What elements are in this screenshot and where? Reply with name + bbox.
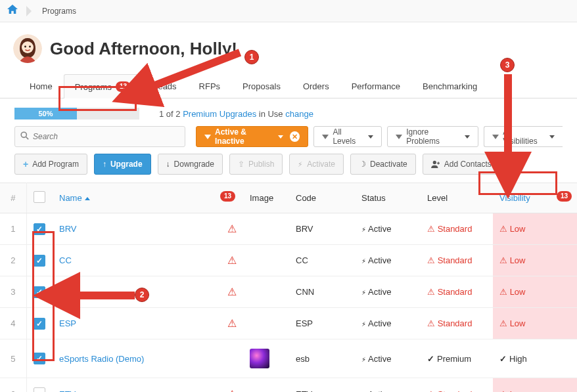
- sort-asc-icon: [85, 197, 90, 200]
- alert-icon: ⚠: [227, 388, 237, 392]
- alert-icon: ⚠: [427, 389, 438, 392]
- col-code[interactable]: Code: [289, 183, 355, 213]
- row-checkbox-cell[interactable]: [26, 308, 53, 339]
- checkbox[interactable]: [34, 286, 45, 298]
- row-number: 5: [0, 339, 26, 378]
- program-link[interactable]: CNN: [59, 287, 78, 297]
- row-name-cell: ESP⚠: [53, 308, 243, 339]
- tab-leads[interactable]: Leads: [142, 74, 187, 98]
- row-checkbox-cell[interactable]: [26, 245, 53, 276]
- tab-benchmarking[interactable]: Benchmarking: [411, 74, 488, 98]
- tab-label: Leads: [153, 81, 176, 91]
- alert-icon: ⚠: [427, 318, 438, 328]
- search-input-wrap[interactable]: [14, 126, 185, 147]
- row-number: 4: [0, 308, 26, 339]
- checkbox[interactable]: [34, 191, 45, 203]
- breadcrumb-page[interactable]: Programs: [37, 7, 81, 16]
- program-link[interactable]: ESP: [59, 318, 76, 328]
- upload-icon: ⇪: [238, 160, 244, 169]
- tab-label: Orders: [303, 81, 329, 91]
- table-row: 4ESP⚠ESPActive⚠ Standard⚠ Low: [0, 308, 577, 339]
- filter-status-dropdown[interactable]: Active & Inactive ✕: [196, 126, 308, 147]
- tab-rfps[interactable]: RFPs: [188, 74, 232, 98]
- activate-button[interactable]: Activate: [289, 154, 344, 175]
- row-image-cell: [243, 378, 289, 393]
- row-number: 3: [0, 276, 26, 308]
- table-row: 3CNN⚠CNNActive⚠ Standard⚠ Low: [0, 276, 577, 308]
- clear-filter-icon[interactable]: ✕: [290, 131, 300, 142]
- program-link[interactable]: CC: [59, 255, 72, 265]
- program-link[interactable]: ETV: [59, 389, 76, 392]
- row-visibility: ⚠ Low: [493, 378, 577, 393]
- col-number[interactable]: #: [0, 183, 26, 213]
- row-status: Active: [355, 339, 421, 378]
- tab-proposals[interactable]: Proposals: [231, 74, 292, 98]
- svg-point-6: [432, 161, 436, 164]
- row-number: 6: [0, 378, 26, 393]
- row-code: ETV: [289, 378, 355, 393]
- col-level[interactable]: Level: [421, 183, 493, 213]
- program-link[interactable]: BRV: [59, 224, 77, 234]
- row-visibility: ⚠ Low: [493, 308, 577, 339]
- row-code: BRV: [289, 213, 355, 245]
- add-program-button[interactable]: Add Program: [14, 154, 87, 175]
- row-checkbox-cell[interactable]: [26, 339, 53, 378]
- alert-icon: ⚠: [227, 254, 237, 267]
- upgrade-change-link[interactable]: change: [285, 109, 313, 119]
- col-visibility[interactable]: Visibility 13: [493, 183, 577, 213]
- tab-orders[interactable]: Orders: [292, 74, 340, 98]
- tab-home[interactable]: Home: [18, 74, 64, 98]
- add-contacts-button[interactable]: Add Contacts: [423, 154, 500, 175]
- search-icon: [20, 131, 29, 142]
- row-image-cell: [243, 245, 289, 276]
- tab-label: Home: [30, 81, 53, 91]
- deactivate-button[interactable]: Deactivate: [350, 154, 416, 175]
- filter-levels-dropdown[interactable]: All Levels: [313, 126, 382, 147]
- alert-icon: ⚠: [227, 223, 237, 235]
- programs-table: # Name 13 Image Code Status Level Visibi…: [0, 183, 577, 392]
- col-name[interactable]: Name 13: [53, 183, 243, 213]
- row-name-cell: eSports Radio (Demo): [53, 339, 243, 378]
- tab-programs[interactable]: Programs13: [64, 74, 142, 98]
- row-checkbox-cell[interactable]: [26, 213, 53, 245]
- funnel-icon: [492, 135, 499, 139]
- row-level: ⚠ Standard: [421, 378, 493, 393]
- filter-problems-dropdown[interactable]: Ignore Problems: [387, 126, 478, 147]
- bolt-icon: [298, 160, 303, 169]
- tab-performance[interactable]: Performance: [340, 74, 411, 98]
- checkbox[interactable]: [34, 387, 45, 392]
- program-link[interactable]: eSports Radio (Demo): [59, 354, 144, 364]
- col-image[interactable]: Image: [243, 183, 289, 213]
- checkbox[interactable]: [34, 353, 45, 364]
- upgrade-button[interactable]: Upgrade: [94, 154, 151, 175]
- row-status: Active: [355, 308, 421, 339]
- filter-visibilities-dropdown[interactable]: All Visibilities: [484, 126, 563, 147]
- table-row: 1BRV⚠BRVActive⚠ Standard⚠ Low: [0, 213, 577, 245]
- svg-point-2: [24, 46, 26, 48]
- table-row: 6ETV⚠ETVActive⚠ Standard⚠ Low: [0, 378, 577, 393]
- publish-button[interactable]: ⇪Publish: [229, 154, 283, 175]
- row-level: Premium: [421, 339, 493, 378]
- checkbox[interactable]: [34, 255, 45, 267]
- tab-label: Benchmarking: [423, 81, 477, 91]
- svg-point-3: [29, 46, 31, 48]
- upgrade-progress-fill: 50%: [14, 108, 77, 120]
- row-code: esb: [289, 339, 355, 378]
- row-name-cell: CNN⚠: [53, 276, 243, 308]
- search-input[interactable]: [33, 132, 179, 141]
- premium-upgrades-link[interactable]: Premium Upgrades: [183, 109, 256, 119]
- row-checkbox-cell[interactable]: [26, 378, 53, 393]
- page-title: Good Afternoon, Holly!: [50, 39, 237, 59]
- row-checkbox-cell[interactable]: [26, 276, 53, 308]
- home-icon[interactable]: [7, 4, 18, 18]
- col-select-all[interactable]: [26, 183, 53, 213]
- downgrade-button[interactable]: Downgrade: [158, 154, 223, 175]
- upgrade-progress: 50%: [14, 108, 139, 120]
- checkbox[interactable]: [34, 223, 45, 235]
- plus-icon: [23, 159, 28, 169]
- row-level: ⚠ Standard: [421, 245, 493, 276]
- arrow-up-icon: [103, 160, 106, 169]
- checkbox[interactable]: [34, 318, 45, 330]
- col-status[interactable]: Status: [355, 183, 421, 213]
- svg-point-4: [21, 132, 26, 137]
